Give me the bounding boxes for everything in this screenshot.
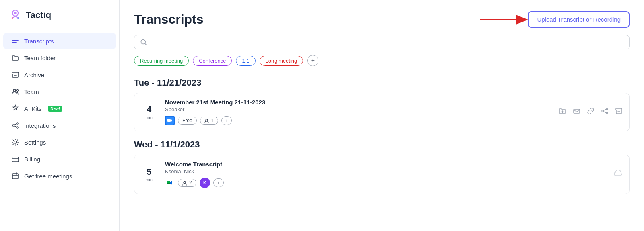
svg-point-34: [606, 112, 608, 114]
meeting-info-1: November 21st Meeting 21-11-2023 Speaker…: [165, 99, 551, 125]
sidebar-item-label: Team folder: [24, 55, 56, 61]
sidebar-item-team[interactable]: Team: [3, 84, 116, 100]
red-arrow-icon: [480, 12, 528, 28]
svg-point-1: [14, 12, 16, 14]
sidebar: Tactiq Transcripts Team folder Archive T…: [0, 0, 120, 231]
svg-line-14: [14, 124, 17, 125]
svg-point-10: [17, 90, 19, 92]
duration-num-1: 4: [141, 104, 157, 115]
sidebar-item-label: Transcripts: [24, 38, 54, 45]
svg-line-35: [603, 109, 606, 111]
search-input[interactable]: [151, 39, 623, 46]
svg-line-26: [145, 43, 146, 45]
svg-point-13: [17, 127, 18, 128]
meeting-info-2: Welcome Transcript Ksenia, Nick: [165, 161, 606, 188]
upload-button[interactable]: Upload Transcript or Recording: [528, 11, 630, 28]
sidebar-item-team-folder[interactable]: Team folder: [3, 50, 116, 66]
date-section-2: Wed - 11/1/2023 5 min Welcome Transcript…: [134, 139, 630, 194]
duration-unit-1: min: [141, 115, 157, 120]
main-header: Transcripts Upload Transcript or Recordi…: [134, 11, 630, 28]
logo-icon: [8, 8, 23, 22]
archive-meeting-icon[interactable]: [615, 107, 623, 117]
app-name: Tactiq: [26, 10, 51, 20]
transcripts-icon: [11, 37, 19, 45]
date-heading-2: Wed - 11/1/2023: [134, 139, 630, 150]
meeting-speaker-1: Speaker: [165, 106, 551, 112]
svg-point-12: [17, 123, 18, 124]
svg-line-36: [603, 112, 606, 113]
settings-icon: [11, 138, 19, 146]
svg-point-40: [184, 181, 186, 183]
sidebar-item-label: Integrations: [24, 122, 56, 129]
meeting-duration-1: 4 min: [141, 104, 157, 120]
sidebar-item-label: Billing: [24, 156, 40, 163]
sidebar-item-integrations[interactable]: Integrations: [3, 117, 116, 133]
sidebar-item-label: Team: [24, 88, 39, 95]
meeting-title-2[interactable]: Welcome Transcript: [165, 161, 606, 168]
sidebar-item-label: Settings: [24, 139, 46, 146]
meeting-duration-2: 5 min: [141, 167, 157, 182]
tier-badge-free: Free: [178, 117, 197, 125]
svg-point-2: [12, 17, 14, 19]
link-icon[interactable]: [587, 107, 594, 117]
share-icon[interactable]: [601, 107, 609, 117]
date-section-1: Tue - 11/21/2023 4 min November 21st Mee…: [134, 78, 630, 131]
filter-tag-1on1[interactable]: 1:1: [236, 56, 255, 66]
archive-icon: [11, 71, 19, 79]
meeting-tags-1: Free 1 +: [165, 116, 551, 125]
search-bar: [134, 35, 630, 49]
arrow-container: Upload Transcript or Recording: [480, 11, 630, 28]
filter-tags: Recurring meeting Conference 1:1 Long me…: [134, 55, 630, 66]
filter-tag-recurring[interactable]: Recurring meeting: [134, 56, 189, 66]
svg-rect-7: [12, 72, 19, 74]
sidebar-item-archive[interactable]: Archive: [3, 67, 116, 83]
participant-badge-1: 1: [200, 117, 219, 125]
svg-point-28: [206, 119, 208, 121]
filter-tag-long[interactable]: Long meeting: [260, 56, 303, 66]
date-heading-1: Tue - 11/21/2023: [134, 78, 630, 88]
sidebar-item-transcripts[interactable]: Transcripts: [3, 33, 116, 49]
avatar-circle: K: [200, 178, 210, 188]
meeting-actions-2: [614, 170, 623, 179]
ai-kits-icon: [11, 104, 19, 112]
add-to-folder-icon[interactable]: [559, 107, 566, 117]
svg-marker-24: [516, 15, 528, 25]
meeting-card-2: 5 min Welcome Transcript Ksenia, Nick: [134, 155, 630, 194]
duration-num-2: 5: [141, 167, 157, 177]
billing-icon: [11, 155, 19, 163]
team-folder-icon: [11, 54, 19, 62]
meeting-card-1: 4 min November 21st Meeting 21-11-2023 S…: [134, 93, 630, 131]
filter-tag-add-button[interactable]: +: [307, 55, 318, 66]
sidebar-item-label: AI Kits: [24, 105, 41, 112]
filter-tag-conference[interactable]: Conference: [193, 56, 232, 66]
app-logo: Tactiq: [0, 8, 119, 32]
cloud-icon[interactable]: [614, 170, 623, 179]
team-icon: [11, 88, 19, 96]
svg-point-3: [17, 17, 19, 19]
svg-point-33: [602, 110, 603, 112]
meeting-actions-1: [559, 107, 623, 117]
page-title: Transcripts: [134, 12, 204, 27]
more-tags-button-1[interactable]: +: [221, 116, 232, 125]
svg-point-16: [14, 141, 17, 143]
svg-rect-17: [12, 157, 19, 162]
meeting-speaker-2: Ksenia, Nick: [165, 168, 606, 174]
participant-badge-2: 2: [178, 179, 196, 187]
email-icon[interactable]: [573, 107, 580, 117]
svg-rect-19: [12, 174, 18, 179]
svg-line-15: [14, 126, 17, 127]
svg-rect-31: [574, 109, 580, 113]
sidebar-item-ai-kits[interactable]: AI Kits New!: [3, 100, 116, 117]
sidebar-item-settings[interactable]: Settings: [3, 134, 116, 150]
platform-icon-zoom: [165, 116, 175, 125]
main-content: Transcripts Upload Transcript or Recordi…: [120, 0, 644, 231]
svg-point-32: [606, 108, 608, 110]
duration-unit-2: min: [141, 177, 157, 182]
search-icon: [140, 39, 147, 46]
meeting-title-1[interactable]: November 21st Meeting 21-11-2023: [165, 99, 551, 106]
sidebar-item-get-free-meetings[interactable]: Get free meetings: [3, 168, 116, 184]
more-tags-button-2[interactable]: +: [213, 178, 224, 187]
sidebar-item-label: Get free meetings: [24, 173, 72, 180]
platform-icon-meet: [165, 178, 175, 188]
sidebar-item-billing[interactable]: Billing: [3, 151, 116, 167]
